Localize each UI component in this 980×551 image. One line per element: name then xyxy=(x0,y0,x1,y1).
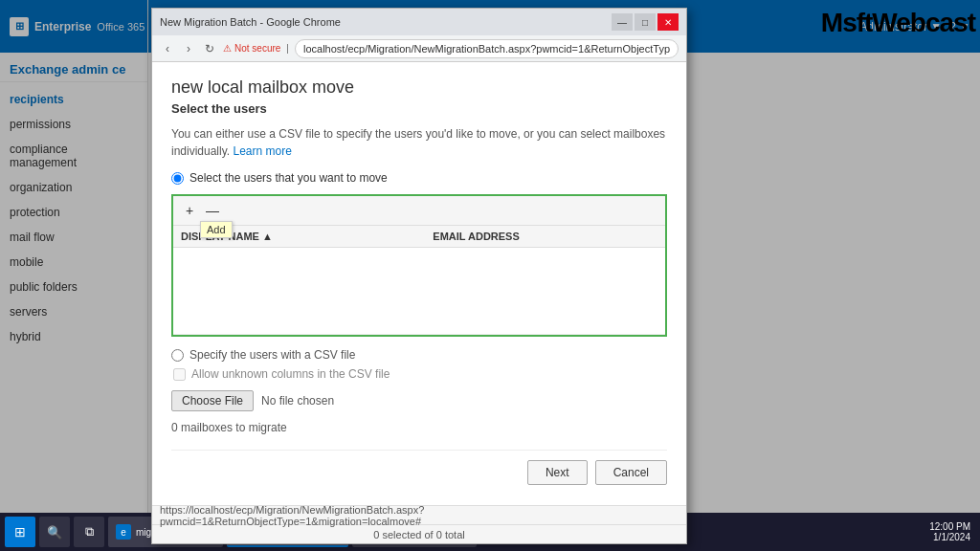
chrome-controls: — □ ✕ xyxy=(612,13,679,31)
sort-icon: ▲ xyxy=(262,231,273,242)
ie-icon: e xyxy=(116,524,131,540)
selection-status: 0 selected of 0 total xyxy=(152,524,686,543)
select-users-radio-option: Select the users that you want to move xyxy=(171,171,667,185)
next-button[interactable]: Next xyxy=(527,460,588,485)
choose-file-button[interactable]: Choose File xyxy=(171,390,254,411)
close-button[interactable]: ✕ xyxy=(657,13,679,31)
csv-radio-label: Specify the users with a CSV file xyxy=(189,348,355,362)
taskbar-time: 12:00 PM xyxy=(929,521,970,532)
table-toolbar: + — Add xyxy=(173,196,665,226)
chrome-title: New Migration Batch - Google Chrome xyxy=(160,16,606,28)
learn-more-link[interactable]: Learn more xyxy=(234,144,292,158)
mailbox-count: 0 mailboxes to migrate xyxy=(171,421,667,434)
users-table: DISPLAY NAME ▲ EMAIL ADDRESS xyxy=(173,226,665,335)
chrome-status-bar: https://localhost/ecp/Migration/NewMigra… xyxy=(152,505,686,524)
file-row: Choose File No file chosen xyxy=(171,390,667,411)
chrome-address-bar: ‹ › ↻ ⚠ Not secure | xyxy=(152,35,686,62)
taskbar-clock: 12:00 PM 1/1/2024 xyxy=(929,521,975,542)
email-address-col-header: EMAIL ADDRESS xyxy=(425,226,665,248)
modal-content: new local mailbox move Select the users … xyxy=(152,62,686,505)
select-users-radio[interactable] xyxy=(171,172,184,185)
select-users-label: Select the users that you want to move xyxy=(189,171,388,185)
address-bar-input[interactable] xyxy=(295,39,679,58)
users-table-container: + — Add DISPLAY NAME ▲ EMAIL ADDRESS xyxy=(171,194,667,337)
chrome-titlebar: New Migration Batch - Google Chrome — □ … xyxy=(152,9,686,35)
back-button[interactable]: ‹ xyxy=(160,42,175,55)
start-button[interactable]: ⊞ xyxy=(5,517,35,547)
cancel-button[interactable]: Cancel xyxy=(595,460,667,485)
csv-checkbox[interactable] xyxy=(173,368,186,381)
minimize-button[interactable]: — xyxy=(612,13,633,31)
remove-user-button[interactable]: — xyxy=(202,200,223,221)
modal-subtitle: Select the users xyxy=(171,101,667,116)
search-taskbar-icon[interactable]: 🔍 xyxy=(39,517,70,547)
add-tooltip: Add xyxy=(200,221,233,238)
taskbar-date: 1/1/2024 xyxy=(929,532,970,542)
security-text: Not secure xyxy=(234,43,280,54)
security-badge: ⚠ Not secure xyxy=(223,43,280,54)
no-file-text: No file chosen xyxy=(261,394,334,408)
forward-button[interactable]: › xyxy=(181,42,196,55)
csv-radio[interactable] xyxy=(171,349,184,362)
modal-title: new local mailbox move xyxy=(171,77,667,98)
status-bar-url: https://localhost/ecp/Migration/NewMigra… xyxy=(160,504,679,527)
csv-checkbox-row: Allow unknown columns in the CSV file xyxy=(173,367,667,381)
users-table-head: DISPLAY NAME ▲ EMAIL ADDRESS xyxy=(173,226,665,248)
warning-icon: ⚠ xyxy=(223,43,232,54)
modal-footer: Next Cancel xyxy=(171,450,667,490)
maximize-button[interactable]: □ xyxy=(635,13,656,31)
csv-radio-row: Specify the users with a CSV file xyxy=(171,348,667,362)
selection-count: 0 selected of 0 total xyxy=(373,529,464,540)
task-view-icon[interactable]: ⧉ xyxy=(74,517,104,547)
add-user-button[interactable]: + xyxy=(179,200,200,221)
refresh-button[interactable]: ↻ xyxy=(202,42,217,55)
users-table-body xyxy=(173,248,665,335)
modal-description: You can either use a CSV file to specify… xyxy=(171,125,667,160)
csv-section: Specify the users with a CSV file Allow … xyxy=(171,348,667,434)
csv-checkbox-label: Allow unknown columns in the CSV file xyxy=(191,367,390,381)
chrome-window: New Migration Batch - Google Chrome — □ … xyxy=(151,8,687,544)
empty-table-area xyxy=(181,253,657,329)
